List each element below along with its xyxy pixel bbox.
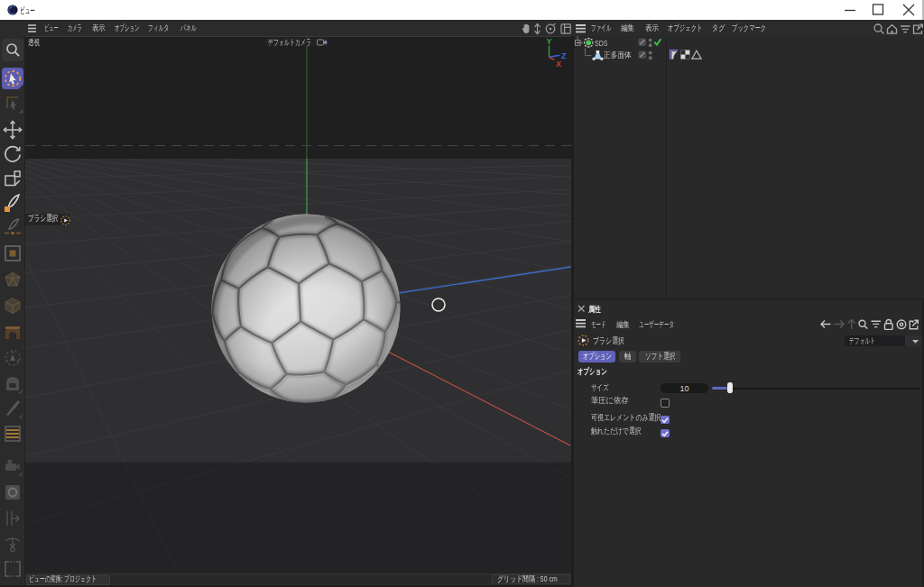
svg-text:Z: Z [561, 51, 567, 60]
svg-text:Y: Y [546, 37, 551, 46]
svg-text:X: X [556, 60, 561, 69]
